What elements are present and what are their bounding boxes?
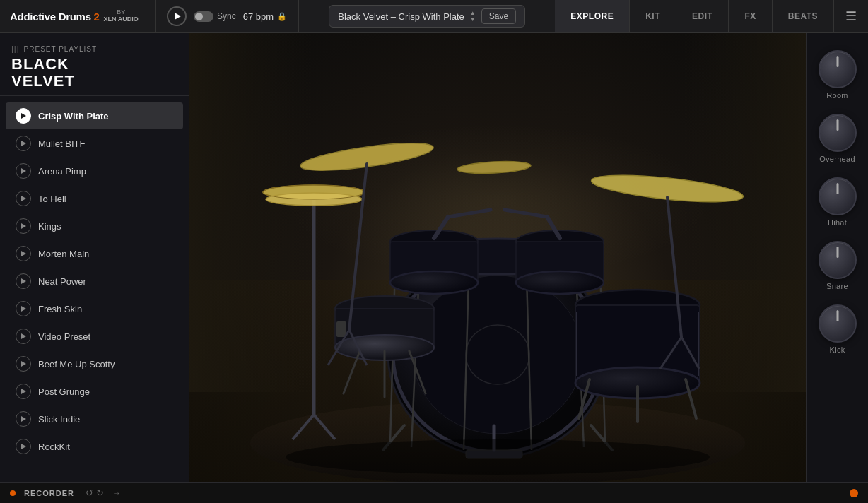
- recorder-dot: [10, 490, 16, 496]
- svg-point-35: [516, 271, 604, 294]
- item-label-mullet-bitf: Mullet BITF: [38, 138, 85, 149]
- kick-knob-group: Kick: [819, 299, 857, 360]
- preset-selector[interactable]: Black Velvet – Crisp With Plate ▲ ▼ Save: [329, 5, 525, 28]
- kick-label: Kick: [830, 345, 845, 354]
- playlist-item-beef-me-up[interactable]: Beef Me Up Scotty: [6, 350, 183, 377]
- playlist-item-morten-main[interactable]: Morten Main: [6, 240, 183, 267]
- room-knob-group: Room: [819, 45, 857, 105]
- preset-area: Black Velvet – Crisp With Plate ▲ ▼ Save: [299, 5, 555, 28]
- snare-knob[interactable]: [819, 241, 857, 279]
- playlist-item-slick-indie[interactable]: Slick Indie: [6, 406, 183, 432]
- item-label-rockkit: RockKit: [38, 442, 70, 452]
- mixer-panel: Room Overhead Hihat Snare Kick: [806, 33, 868, 482]
- bpm-display: 67 bpm 🔒: [243, 11, 287, 22]
- preset-up-arrow: ▲: [470, 11, 476, 16]
- playlist-item-mullet-bitf[interactable]: Mullet BITF: [6, 130, 183, 157]
- bottom-bar: RECORDER ↺ ↻ →: [0, 482, 868, 503]
- preset-down-arrow: ▼: [470, 17, 476, 23]
- playlist-item-rockkit[interactable]: RockKit: [6, 433, 183, 460]
- playlist-item-fresh-skin[interactable]: Fresh Skin: [6, 295, 183, 322]
- room-knob[interactable]: [819, 50, 857, 88]
- hihat-knob-group: Hihat: [819, 172, 857, 232]
- tab-kit[interactable]: KIT: [630, 0, 676, 32]
- room-label: Room: [826, 91, 848, 100]
- playlist-name: BLACK VELVET: [11, 56, 177, 90]
- play-button[interactable]: [167, 6, 187, 26]
- svg-line-32: [448, 210, 491, 217]
- svg-line-37: [505, 210, 547, 217]
- tab-fx[interactable]: FX: [729, 0, 772, 32]
- play-icon-video-preset: [16, 329, 31, 344]
- item-label-neat-power: Neat Power: [38, 276, 86, 287]
- tab-edit[interactable]: EDIT: [676, 0, 729, 32]
- logo-area: Addictive Drums 2 BY XLN AUDIO: [0, 0, 156, 32]
- sidebar: ||| Preset playlist BLACK VELVET Crisp W…: [0, 33, 189, 482]
- transport-area: Sync 67 bpm 🔒: [156, 0, 299, 32]
- item-label-kings: Kings: [38, 221, 61, 232]
- play-icon-beef-me-up: [16, 356, 31, 372]
- snare-label: Snare: [826, 282, 848, 290]
- loop-icon-1[interactable]: ↺: [86, 487, 93, 498]
- play-icon-to-hell: [16, 191, 31, 206]
- playlist-item-arena-pimp[interactable]: Arena Pimp: [6, 158, 183, 184]
- drum-kit-svg: [189, 33, 806, 482]
- recorder-label: RECORDER: [24, 489, 74, 497]
- playlist-item-to-hell[interactable]: To Hell: [6, 185, 183, 212]
- playlist-item-kings[interactable]: Kings: [6, 213, 183, 239]
- snare-knob-group: Snare: [819, 235, 857, 296]
- loop-icon-2[interactable]: ↻: [96, 487, 104, 498]
- svg-point-57: [286, 439, 710, 475]
- play-icon-rockkit: [16, 439, 31, 454]
- play-icon-post-grunge: [16, 384, 31, 399]
- item-label-to-hell: To Hell: [38, 194, 66, 204]
- tab-explore[interactable]: EXPLORE: [555, 0, 630, 32]
- playlist-item-video-preset[interactable]: Video Preset: [6, 323, 183, 350]
- app-logo: Addictive Drums 2: [10, 11, 100, 23]
- item-label-video-preset: Video Preset: [38, 331, 90, 342]
- menu-button[interactable]: ☰: [834, 8, 868, 24]
- item-label-crisp-plate: Crisp With Plate: [38, 111, 109, 122]
- hihat-knob[interactable]: [819, 177, 857, 215]
- item-label-fresh-skin: Fresh Skin: [38, 304, 82, 314]
- play-icon-neat-power: [16, 273, 31, 289]
- overhead-knob-group: Overhead: [819, 108, 857, 169]
- lock-icon: 🔒: [277, 12, 287, 21]
- item-label-morten-main: Morten Main: [38, 249, 89, 259]
- sync-toggle[interactable]: Sync: [194, 11, 236, 22]
- playlist-header: ||| Preset playlist BLACK VELVET: [0, 33, 189, 96]
- nav-tabs: EXPLORE KIT EDIT FX BEATS: [555, 0, 834, 32]
- kick-knob[interactable]: [819, 304, 857, 343]
- forward-arrow-icon[interactable]: →: [112, 488, 121, 498]
- brand-label: BY XLN AUDIO: [104, 9, 139, 23]
- loop-icons: ↺ ↻: [86, 487, 104, 498]
- play-icon-slick-indie: [16, 411, 31, 427]
- main-area: ||| Preset playlist BLACK VELVET Crisp W…: [0, 33, 868, 482]
- playlist-item-post-grunge[interactable]: Post Grunge: [6, 378, 183, 405]
- preset-arrows[interactable]: ▲ ▼: [470, 11, 476, 23]
- tab-beats[interactable]: BEATS: [773, 0, 834, 32]
- item-label-post-grunge: Post Grunge: [38, 386, 90, 397]
- svg-point-54: [457, 160, 532, 174]
- sync-switch[interactable]: [194, 11, 213, 22]
- play-icon-fresh-skin: [16, 301, 31, 316]
- svg-point-30: [390, 271, 478, 294]
- play-icon-mullet-bitf: [16, 136, 31, 151]
- playlist-item-neat-power[interactable]: Neat Power: [6, 268, 183, 295]
- overhead-knob[interactable]: [819, 114, 857, 152]
- svg-rect-18: [336, 321, 346, 337]
- bars-icon: |||: [11, 45, 20, 53]
- preset-name: Black Velvet – Crisp With Plate: [338, 11, 464, 22]
- hihat-label: Hihat: [828, 218, 847, 227]
- hamburger-icon: ☰: [845, 8, 857, 24]
- item-label-slick-indie: Slick Indie: [38, 414, 80, 425]
- item-label-arena-pimp: Arena Pimp: [38, 166, 86, 177]
- playlist-label: ||| Preset playlist: [11, 45, 177, 53]
- sync-label: Sync: [217, 11, 236, 21]
- svg-point-4: [413, 276, 582, 434]
- play-icon-arena-pimp: [16, 163, 31, 179]
- item-label-beef-me-up: Beef Me Up Scotty: [38, 359, 115, 369]
- save-button[interactable]: Save: [481, 8, 516, 24]
- kit-visual: [189, 33, 806, 482]
- play-icon-kings: [16, 218, 31, 234]
- playlist-item-crisp-plate[interactable]: Crisp With Plate: [6, 102, 183, 129]
